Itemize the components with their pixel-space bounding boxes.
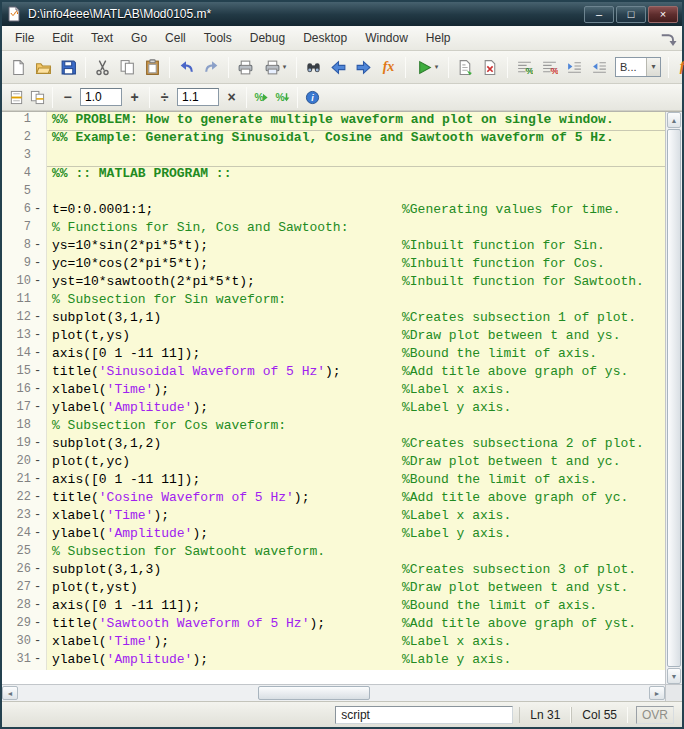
code-text[interactable]: plot(t,ys)%Draw plot between t and ys. (47, 328, 665, 346)
horizontal-scroll-thumb[interactable] (258, 686, 370, 700)
code-text[interactable]: yc=10*cos(2*pi*5*t);%Inbuilt function fo… (47, 256, 665, 274)
menu-cell[interactable]: Cell (156, 27, 195, 49)
horizontal-scroll-track[interactable] (18, 685, 649, 701)
save-icon[interactable] (56, 55, 81, 80)
code-text[interactable]: %% PROBLEM: How to generate multiple wav… (47, 112, 665, 130)
menu-window[interactable]: Window (356, 27, 417, 49)
code-line[interactable]: 27-plot(t,yst)%Draw plot between t and y… (2, 580, 665, 598)
code-text[interactable]: title('Sinusoidal Waveform of 5 Hz');%Ad… (47, 364, 665, 382)
code-text[interactable]: ys=10*sin(2*pi*5*t);%Inbuilt function fo… (47, 238, 665, 256)
code-text[interactable]: plot(t,yc)%Draw plot between t and yc. (47, 454, 665, 472)
vertical-scrollbar[interactable]: ▲ ▼ (665, 112, 682, 684)
line-number-gutter[interactable]: 3 (2, 148, 47, 166)
code-line[interactable]: 8-ys=10*sin(2*pi*5*t);%Inbuilt function … (2, 238, 665, 256)
code-line[interactable]: 25% Subsection for Sawtooht waveform. (2, 544, 665, 562)
line-number-gutter[interactable]: 5 (2, 184, 47, 202)
menu-file[interactable]: File (6, 27, 43, 49)
line-number-gutter[interactable]: 18 (2, 418, 47, 436)
copy-icon[interactable] (115, 55, 140, 80)
menu-desktop[interactable]: Desktop (294, 27, 356, 49)
line-number-gutter[interactable]: 19- (2, 436, 47, 454)
insert-cell-divider-icon[interactable] (6, 87, 27, 108)
line-number-gutter[interactable]: 22- (2, 490, 47, 508)
cell-mode-info-icon[interactable]: i (302, 87, 323, 108)
close-file-icon[interactable] (478, 55, 503, 80)
multiply-button[interactable]: × (221, 87, 242, 108)
decrease-indent-icon[interactable] (587, 55, 612, 80)
scroll-up-button[interactable]: ▲ (667, 112, 681, 128)
code-text[interactable] (47, 184, 665, 202)
code-line[interactable]: 11% Subsection for Sin waveform: (2, 292, 665, 310)
code-text[interactable]: %% Example: Generating Sinusoidal, Cosin… (47, 130, 665, 148)
print-options-icon[interactable]: ▾ (258, 55, 292, 80)
line-number-gutter[interactable]: 13- (2, 328, 47, 346)
code-line[interactable]: 4%% :: MATLAB PROGRAM :: (2, 166, 665, 184)
line-number-gutter[interactable]: 31- (2, 652, 47, 670)
code-text[interactable]: plot(t,yst)%Draw plot between t and yst. (47, 580, 665, 598)
code-line[interactable]: 26-subplot(3,1,3)%Creates subsection 3 o… (2, 562, 665, 580)
insert-cell-dividers-icon[interactable] (27, 87, 48, 108)
code-text[interactable] (47, 148, 665, 166)
comment-icon[interactable]: % (512, 55, 537, 80)
menu-tools[interactable]: Tools (195, 27, 241, 49)
code-text[interactable]: xlabel('Time');%Label x axis. (47, 634, 665, 652)
decrement-button[interactable]: − (57, 87, 78, 108)
code-line[interactable]: 2%% Example: Generating Sinusoidal, Cosi… (2, 130, 665, 148)
code-text[interactable]: xlabel('Time');%Label x axis. (47, 382, 665, 400)
code-line[interactable]: 31-ylabel('Amplitude');%Lable y axis. (2, 652, 665, 670)
code-text[interactable]: axis([0 1 -11 11]);%Bound the limit of a… (47, 598, 665, 616)
code-line[interactable]: 22-title('Cosine Waveform of 5 Hz');%Add… (2, 490, 665, 508)
menu-debug[interactable]: Debug (241, 27, 294, 49)
code-line[interactable]: 14-axis([0 1 -11 11]);%Bound the limit o… (2, 346, 665, 364)
line-number-gutter[interactable]: 28- (2, 598, 47, 616)
maximize-button[interactable]: □ (616, 6, 646, 23)
go-back-icon[interactable] (326, 55, 351, 80)
code-text[interactable]: ylabel('Amplitude');%Label y axis. (47, 526, 665, 544)
code-line[interactable]: 16-xlabel('Time');%Label x axis. (2, 382, 665, 400)
increment-amount-field[interactable] (80, 88, 122, 106)
code-text[interactable]: axis([0 1 -11 11]);%Bound the limit of a… (47, 346, 665, 364)
code-line[interactable]: 20-plot(t,yc)%Draw plot between t and yc… (2, 454, 665, 472)
code-text[interactable]: ylabel('Amplitude');%Lable y axis. (47, 652, 665, 670)
line-number-gutter[interactable]: 25 (2, 544, 47, 562)
code-line[interactable]: 29-title('Sawtooth Waveform of 5 Hz');%A… (2, 616, 665, 634)
run-icon[interactable]: ▾ (410, 55, 444, 80)
code-line[interactable]: 10-yst=10*sawtooth(2*pi*5*t);%Inbuilt fu… (2, 274, 665, 292)
code-line[interactable]: 9-yc=10*cos(2*pi*5*t);%Inbuilt function … (2, 256, 665, 274)
code-text[interactable]: xlabel('Time');%Label x axis. (47, 508, 665, 526)
undock-arrow-icon[interactable] (658, 29, 678, 47)
code-text[interactable]: title('Cosine Waveform of 5 Hz');%Add ti… (47, 490, 665, 508)
code-line[interactable]: 3 (2, 148, 665, 166)
code-line[interactable]: 12-subplot(3,1,1)%Creates subsection 1 o… (2, 310, 665, 328)
function-hints-icon[interactable]: fx (376, 55, 401, 80)
print-icon[interactable] (233, 55, 258, 80)
menu-edit[interactable]: Edit (43, 27, 82, 49)
line-number-gutter[interactable]: 8- (2, 238, 47, 256)
code-text[interactable]: title('Sawtooth Waveform of 5 Hz');%Add … (47, 616, 665, 634)
minimize-button[interactable]: – (584, 6, 614, 23)
code-line[interactable]: 21-axis([0 1 -11 11]);%Bound the limit o… (2, 472, 665, 490)
line-number-gutter[interactable]: 26- (2, 562, 47, 580)
code-editor[interactable]: 1%% PROBLEM: How to generate multiple wa… (2, 112, 665, 684)
code-line[interactable]: 23-xlabel('Time');%Label x axis. (2, 508, 665, 526)
code-text[interactable]: % Subsection for Sin waveform: (47, 292, 665, 310)
line-number-gutter[interactable]: 11 (2, 292, 47, 310)
line-number-gutter[interactable]: 24- (2, 526, 47, 544)
function-browser-icon[interactable]: fx (673, 55, 684, 80)
line-number-gutter[interactable]: 6- (2, 202, 47, 220)
code-text[interactable]: subplot(3,1,1)%Creates subsection 1 of p… (47, 310, 665, 328)
code-line[interactable]: 15-title('Sinusoidal Waveform of 5 Hz');… (2, 364, 665, 382)
line-number-gutter[interactable]: 15- (2, 364, 47, 382)
new-script-icon[interactable] (6, 55, 31, 80)
menu-text[interactable]: Text (82, 27, 122, 49)
line-number-gutter[interactable]: 7 (2, 220, 47, 238)
line-number-gutter[interactable]: 12- (2, 310, 47, 328)
line-number-gutter[interactable]: 1 (2, 112, 47, 130)
stack-dropdown[interactable]: B...▾ (615, 57, 661, 77)
vertical-scroll-thumb[interactable] (667, 129, 681, 667)
code-line[interactable]: 24-ylabel('Amplitude');%Label y axis. (2, 526, 665, 544)
increase-indent-icon[interactable] (562, 55, 587, 80)
increment-button[interactable]: + (124, 87, 145, 108)
code-text[interactable]: axis([0 1 -11 11]);%Bound the limit of a… (47, 472, 665, 490)
line-number-gutter[interactable]: 14- (2, 346, 47, 364)
